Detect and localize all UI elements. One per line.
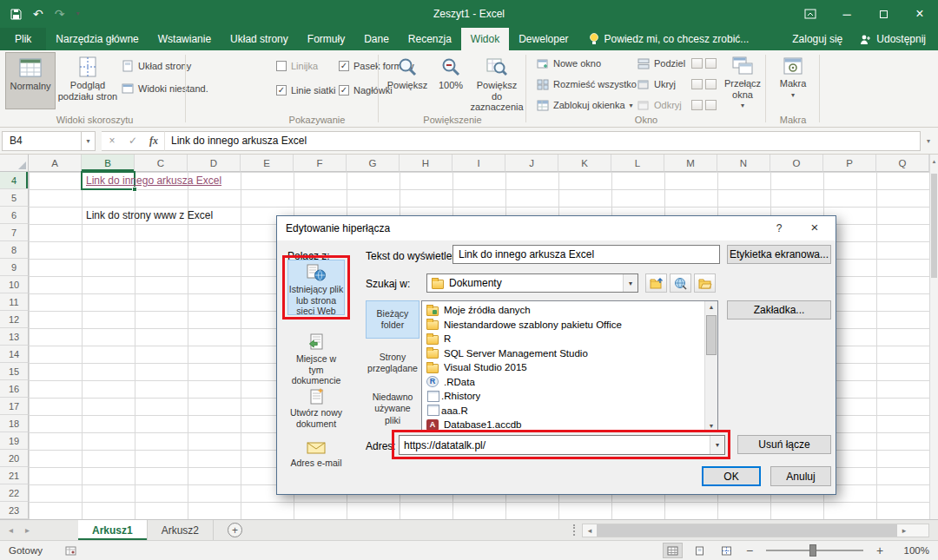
scroll-up-icon[interactable]: ▲ (930, 159, 938, 164)
file-item[interactable]: Visual Studio 2015 (422, 360, 704, 375)
file-item[interactable]: .RData (422, 375, 704, 390)
tab-splitter[interactable] (573, 524, 575, 536)
link-to-existing-file-button[interactable]: Istniejący plik lub strona sieci Web (287, 260, 345, 315)
maximize-button[interactable] (865, 0, 902, 28)
cancel-button[interactable]: Anuluj (770, 466, 831, 486)
ok-button[interactable]: OK (702, 466, 761, 486)
scroll-up-icon[interactable]: ▲ (705, 304, 717, 310)
horizontal-scrollbar[interactable]: ◂ ▸ (582, 524, 929, 537)
page-layout-view-button[interactable]: Układ strony (122, 60, 191, 72)
bookmark-button[interactable]: Zakładka... (727, 300, 831, 320)
row-header[interactable]: 14 (0, 346, 29, 363)
screen-tip-button[interactable]: Etykietka ekranowa... (727, 245, 831, 264)
row-header[interactable]: 10 (0, 276, 29, 293)
ribbon-display-options-icon[interactable] (792, 0, 829, 28)
browse-file-button[interactable] (694, 273, 716, 293)
horizontal-scrollbar-thumb[interactable] (597, 524, 897, 537)
row-header[interactable]: 9 (0, 259, 29, 276)
sheet-nav-left-icon[interactable]: ◂ (9, 525, 13, 535)
vertical-scrollbar-thumb[interactable] (931, 174, 937, 278)
scroll-left-icon[interactable]: ◂ (583, 526, 597, 535)
row-header[interactable]: 21 (0, 467, 29, 484)
expand-formula-bar-icon[interactable]: ▾ (921, 137, 936, 145)
close-button[interactable]: × (902, 0, 938, 28)
fill-handle[interactable] (132, 187, 137, 192)
customize-qat-icon[interactable]: ▾ (76, 10, 79, 17)
row-header[interactable]: 16 (0, 380, 29, 398)
zoom-button[interactable]: Powiększ (384, 52, 431, 109)
gridlines-checkbox[interactable]: ✓ Linie siatki (276, 85, 335, 96)
up-one-folder-button[interactable] (645, 273, 667, 293)
row-header[interactable]: 22 (0, 484, 29, 502)
tab-insert[interactable]: Wstawianie (149, 28, 221, 50)
file-list[interactable]: Moje źródła danych Niestandardowe szablo… (421, 300, 718, 432)
column-header[interactable]: K (558, 155, 611, 172)
insert-function-icon[interactable]: fx (143, 131, 164, 151)
cell-b6-text[interactable]: Link do strony www z Excel (86, 209, 213, 221)
row-header[interactable]: 17 (0, 398, 29, 415)
arrange-all-button[interactable]: Rozmieść wszystko (537, 79, 637, 90)
tab-home[interactable]: Narzędzia główne (46, 28, 148, 50)
view-side-by-side-icon[interactable] (691, 58, 703, 69)
row-header[interactable]: 20 (0, 450, 29, 467)
column-header[interactable]: A (29, 155, 82, 172)
freeze-panes-button[interactable]: Zablokuj okienka ▾ (537, 100, 633, 111)
tell-me-box[interactable]: Powiedz mi, co chcesz zrobić... (578, 28, 760, 50)
file-item[interactable]: aaa.R (422, 404, 704, 418)
hide-button[interactable]: Ukryj (637, 79, 676, 90)
link-to-email-button[interactable]: Adres e-mail (287, 437, 345, 477)
undo-icon[interactable]: ↶ (33, 8, 43, 20)
vertical-scrollbar[interactable]: ▲ (929, 155, 938, 519)
file-item[interactable]: R (422, 332, 704, 346)
file-item[interactable]: SQL Server Management Studio (422, 346, 704, 361)
reset-window-position-icon[interactable] (691, 100, 703, 110)
column-header[interactable]: D (188, 155, 241, 172)
tab-review[interactable]: Recenzja (399, 28, 461, 50)
look-in-combobox[interactable]: Dokumenty ▾ (426, 273, 638, 293)
zoom-out-icon[interactable]: − (743, 544, 756, 557)
row-header[interactable]: 12 (0, 311, 29, 328)
new-sheet-button[interactable]: + (228, 523, 242, 537)
row-header[interactable]: 23 (0, 502, 29, 519)
file-item[interactable]: Moje źródła danych (422, 303, 704, 318)
dialog-titlebar[interactable]: Edytowanie hiperłącza ? × (277, 216, 836, 240)
view-page-layout-button[interactable] (690, 543, 710, 558)
link-to-place-in-document-button[interactable]: Miejsce w tym dokumencie (287, 329, 345, 374)
page-break-preview-button[interactable]: Podgląd podziału stron (57, 52, 118, 109)
row-header[interactable]: 15 (0, 363, 29, 380)
macro-record-icon[interactable] (65, 546, 76, 556)
zoom-100-button[interactable]: 100% (433, 52, 469, 109)
tab-view[interactable]: Widok (461, 28, 509, 50)
scroll-down-icon[interactable]: ▼ (705, 423, 717, 429)
column-header[interactable]: O (770, 155, 823, 172)
look-in-dropdown-icon[interactable]: ▾ (623, 274, 637, 292)
new-window-button[interactable]: Nowe okno (537, 58, 601, 69)
current-folder-button[interactable]: Bieżący folder (366, 300, 419, 339)
column-header[interactable]: N (717, 155, 770, 172)
formula-bar-splitter[interactable] (96, 131, 102, 151)
row-header[interactable]: 4 (0, 172, 29, 189)
macros-button[interactable]: Makra ▾ (773, 52, 813, 109)
share-button[interactable]: Udostępnij (860, 33, 926, 45)
link-to-new-document-button[interactable]: Utwórz nowy dokument (287, 383, 345, 428)
address-dropdown-icon[interactable]: ▾ (710, 436, 724, 454)
zoom-to-selection-button[interactable]: Powiększ do zaznaczenia (471, 52, 523, 109)
zoom-slider-thumb[interactable] (809, 544, 816, 557)
row-header[interactable]: 18 (0, 415, 29, 432)
switch-windows-button[interactable]: Przełącz okna ▾ (721, 52, 764, 109)
select-all-corner[interactable] (0, 155, 29, 172)
ruler-checkbox[interactable]: Linijka (276, 61, 318, 71)
column-header[interactable]: H (400, 155, 452, 172)
tab-page-layout[interactable]: Układ strony (221, 28, 298, 50)
column-header[interactable]: Q (876, 155, 929, 172)
row-header[interactable]: 19 (0, 432, 29, 450)
column-header[interactable]: F (294, 155, 347, 172)
column-header[interactable]: G (347, 155, 400, 172)
row-header[interactable]: 5 (0, 189, 29, 207)
file-list-scrollbar[interactable]: ▲ ▼ (704, 301, 717, 432)
recent-files-button[interactable]: Niedawno używane pliki (366, 387, 419, 431)
file-list-scrollbar-thumb[interactable] (706, 315, 717, 355)
synchronous-scrolling-icon[interactable] (691, 79, 703, 89)
row-header[interactable]: 11 (0, 293, 29, 311)
sheet-nav-right-icon[interactable]: ▸ (25, 525, 30, 535)
